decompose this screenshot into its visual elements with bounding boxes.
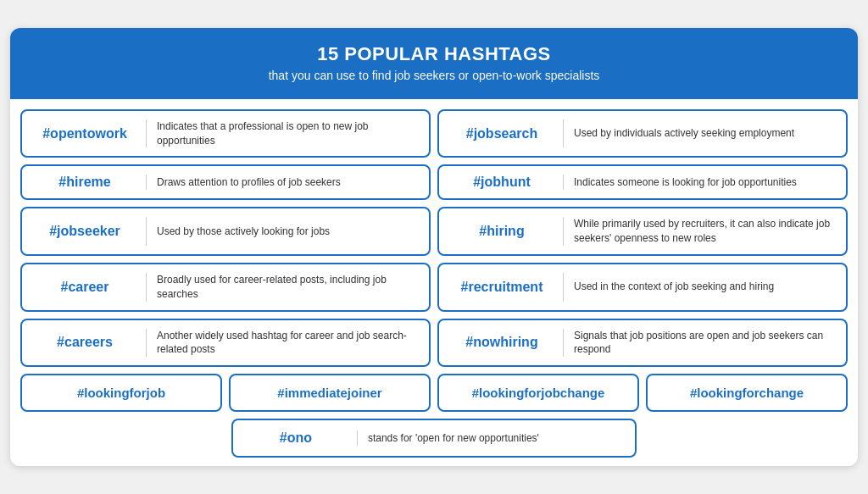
recruitment-desc: Used in the context of job seeking and h…: [574, 280, 834, 294]
immediatejoiner-cell: #immediatejoiner: [229, 374, 431, 412]
divider: [563, 175, 564, 190]
divider: [146, 175, 147, 190]
ono-desc: stands for 'open for new opportunities': [368, 431, 623, 446]
grid: #opentowork Indicates that a professiona…: [10, 99, 858, 466]
hireme-cell: #hireme Draws attention to profiles of j…: [20, 164, 431, 200]
jobseeker-desc: Used by those actively looking for jobs: [157, 225, 417, 239]
recruitment-hashtag: #recruitment: [451, 280, 553, 295]
hireme-desc: Draws attention to profiles of job seeke…: [157, 175, 417, 190]
immediatejoiner-hashtag: #immediatejoiner: [277, 386, 381, 400]
recruitment-cell: #recruitment Used in the context of job …: [437, 263, 848, 312]
jobhunt-cell: #jobhunt Indicates someone is looking fo…: [437, 164, 848, 200]
jobhunt-desc: Indicates someone is looking for job opp…: [574, 175, 834, 190]
careers-desc: Another widely used hashtag for career a…: [157, 329, 417, 358]
nowhiring-cell: #nowhiring Signals that job positions ar…: [437, 319, 848, 368]
ono-cell: #ono stands for 'open for new opportunit…: [231, 419, 637, 458]
jobsearch-desc: Used by individuals actively seeking emp…: [574, 126, 834, 141]
divider: [146, 119, 147, 148]
divider: [563, 273, 564, 302]
hiring-hashtag: #hiring: [451, 224, 553, 239]
nowhiring-hashtag: #nowhiring: [451, 335, 553, 350]
hireme-hashtag: #hireme: [34, 175, 136, 190]
row-3: #jobseeker Used by those actively lookin…: [20, 207, 848, 256]
career-desc: Broadly used for career-related posts, i…: [157, 273, 417, 302]
lookingforjob-cell: #lookingforjob: [20, 374, 222, 412]
opentowork-desc: Indicates that a professional is open to…: [157, 119, 417, 148]
lookingforchange-hashtag: #lookingforchange: [690, 386, 804, 400]
row-2: #hireme Draws attention to profiles of j…: [20, 164, 848, 200]
opentowork-hashtag: #opentowork: [34, 126, 136, 142]
divider: [563, 119, 564, 148]
jobseeker-cell: #jobseeker Used by those actively lookin…: [20, 207, 431, 256]
lookingforjob-hashtag: #lookingforjob: [77, 386, 165, 400]
divider: [563, 217, 564, 246]
divider: [357, 430, 358, 446]
main-container: 15 POPULAR HASHTAGS that you can use to …: [10, 28, 858, 466]
jobhunt-hashtag: #jobhunt: [451, 175, 553, 190]
careers-cell: #careers Another widely used hashtag for…: [20, 319, 431, 368]
header-subtitle: that you can use to find job seekers or …: [27, 69, 841, 82]
divider: [563, 329, 564, 358]
header: 15 POPULAR HASHTAGS that you can use to …: [10, 28, 858, 99]
row-hashtags-4: #lookingforjob #immediatejoiner #looking…: [20, 374, 848, 412]
divider: [146, 329, 147, 358]
career-hashtag: #career: [34, 280, 136, 295]
row-5: #careers Another widely used hashtag for…: [20, 319, 848, 368]
jobsearch-cell: #jobsearch Used by individuals actively …: [437, 109, 848, 158]
careers-hashtag: #careers: [34, 335, 136, 350]
row-4: #career Broadly used for career-related …: [20, 263, 848, 312]
lookingforjobchange-hashtag: #lookingforjobchange: [472, 386, 605, 400]
career-cell: #career Broadly used for career-related …: [20, 263, 431, 312]
header-title: 15 POPULAR HASHTAGS: [27, 43, 841, 65]
nowhiring-desc: Signals that job positions are open and …: [574, 329, 834, 358]
ono-hashtag: #ono: [245, 430, 347, 446]
lookingforjobchange-cell: #lookingforjobchange: [437, 374, 639, 412]
opentowork-cell: #opentowork Indicates that a professiona…: [20, 109, 431, 158]
divider: [146, 217, 147, 246]
jobseeker-hashtag: #jobseeker: [34, 224, 136, 239]
divider: [146, 273, 147, 302]
jobsearch-hashtag: #jobsearch: [451, 126, 553, 142]
row-1: #opentowork Indicates that a professiona…: [20, 109, 848, 158]
hiring-cell: #hiring While primarily used by recruite…: [437, 207, 848, 256]
hiring-desc: While primarily used by recruiters, it c…: [574, 217, 834, 246]
lookingforchange-cell: #lookingforchange: [646, 374, 848, 412]
